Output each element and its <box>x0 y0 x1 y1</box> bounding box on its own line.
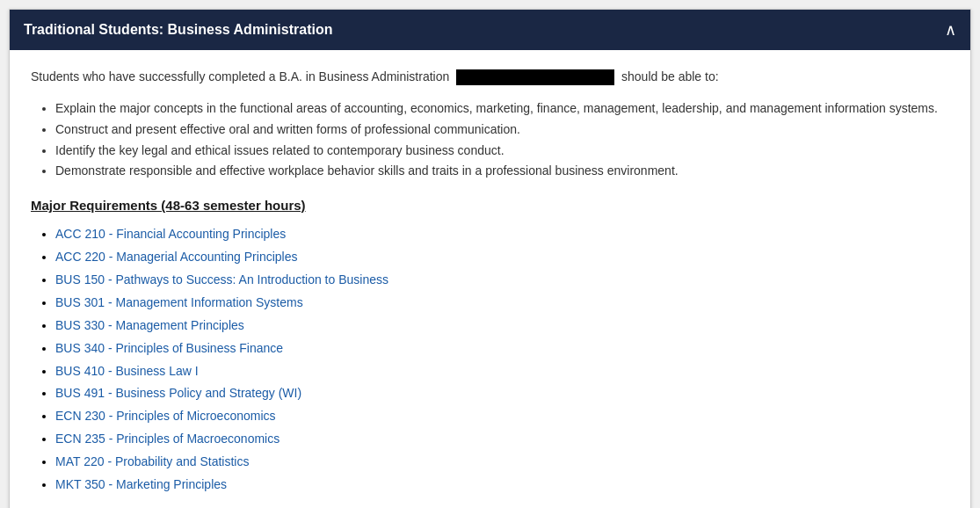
course-list-item: ECN 230 - Principles of Microeconomics <box>55 405 949 428</box>
course-link[interactable]: BUS 340 - Principles of Business Finance <box>55 341 283 355</box>
course-link[interactable]: ACC 210 - Financial Accounting Principle… <box>55 227 286 241</box>
redacted-block <box>456 69 614 85</box>
course-link[interactable]: BUS 330 - Management Principles <box>55 318 244 332</box>
panel-body: Students who have successfully completed… <box>10 50 970 508</box>
outcome-item: Identify the key legal and ethical issue… <box>55 141 949 162</box>
course-link[interactable]: MKT 350 - Marketing Principles <box>55 477 227 491</box>
course-list-item: BUS 330 - Management Principles <box>55 315 949 337</box>
course-list-item: MAT 220 - Probability and Statistics <box>55 451 949 474</box>
course-link[interactable]: BUS 491 - Business Policy and Strategy (… <box>55 386 301 400</box>
intro-suffix: should be able to: <box>621 69 719 83</box>
course-list-item: MKT 350 - Marketing Principles <box>55 474 949 497</box>
major-requirements-heading: Major Requirements (48-63 semester hours… <box>31 198 949 213</box>
course-list-item: BUS 340 - Principles of Business Finance <box>55 337 949 360</box>
course-list-item: BUS 410 - Business Law I <box>55 360 949 383</box>
course-list: ACC 210 - Financial Accounting Principle… <box>55 223 949 497</box>
course-link[interactable]: BUS 410 - Business Law I <box>55 364 199 378</box>
course-list-item: BUS 301 - Management Information Systems <box>55 292 949 315</box>
course-link[interactable]: ECN 230 - Principles of Microeconomics <box>55 409 276 423</box>
course-list-item: ECN 235 - Principles of Macroeconomics <box>55 428 949 451</box>
course-link[interactable]: BUS 301 - Management Information Systems <box>55 295 303 309</box>
course-link[interactable]: BUS 150 - Pathways to Success: An Introd… <box>55 272 388 287</box>
intro-paragraph: Students who have successfully completed… <box>31 68 949 86</box>
course-link[interactable]: ACC 220 - Managerial Accounting Principl… <box>55 250 297 264</box>
outcome-item: Explain the major concepts in the functi… <box>55 98 949 120</box>
outcome-item: Demonstrate responsible and effective wo… <box>55 161 949 182</box>
panel-header: Traditional Students: Business Administr… <box>10 10 970 50</box>
intro-prefix: Students who have successfully completed… <box>31 69 449 83</box>
collapse-chevron-icon[interactable]: ∧ <box>945 20 956 40</box>
course-list-item: BUS 150 - Pathways to Success: An Introd… <box>55 269 949 292</box>
panel-title: Traditional Students: Business Administr… <box>24 22 332 38</box>
outcome-item: Construct and present effective oral and… <box>55 120 949 141</box>
panel: Traditional Students: Business Administr… <box>9 9 971 508</box>
course-link[interactable]: MAT 220 - Probability and Statistics <box>55 454 249 468</box>
outcomes-list: Explain the major concepts in the functi… <box>55 98 949 182</box>
course-list-item: ACC 210 - Financial Accounting Principle… <box>55 223 949 246</box>
course-list-item: BUS 491 - Business Policy and Strategy (… <box>55 382 949 405</box>
course-link[interactable]: ECN 235 - Principles of Macroeconomics <box>55 432 279 446</box>
course-list-item: ACC 220 - Managerial Accounting Principl… <box>55 246 949 269</box>
